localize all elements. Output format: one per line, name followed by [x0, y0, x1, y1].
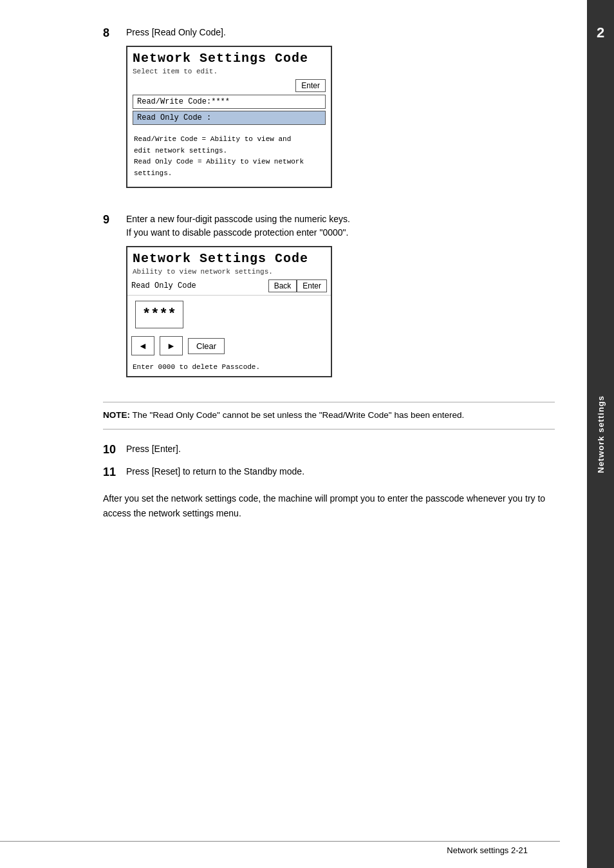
step-11-text: Press [Reset] to return to the Standby m…	[126, 465, 555, 478]
note-text: NOTE: The "Read Only Code" cannot be set…	[103, 409, 555, 422]
step-9: 9 Enter a new four-digit passcode using …	[103, 212, 555, 389]
screen2-nav-row: ◄ ► Clear	[127, 334, 331, 361]
step-8-text: Press [Read Only Code].	[126, 27, 226, 37]
screen1-enter-row: Enter	[133, 79, 326, 92]
step-8: 8 Press [Read Only Code]. Network Settin…	[103, 26, 555, 200]
step-10-number: 10	[103, 442, 122, 457]
screen1-info-line3: Read Only Code = Ability to view network	[134, 156, 324, 168]
screen2-field-label: Read Only Code	[131, 281, 196, 290]
sidebar-label: Network settings	[596, 395, 606, 473]
screen1-header: Network Settings Code Select item to edi…	[127, 47, 331, 77]
screen2-passcode-area: ****	[127, 296, 331, 334]
footer-text: Network settings 2-21	[447, 845, 528, 855]
screen1-subtitle: Select item to edit.	[133, 68, 326, 75]
step-8-number: 8	[103, 26, 122, 41]
chapter-number: 2	[587, 19, 614, 46]
screen1-body: Enter Read/Write Code:**** Read Only Cod…	[127, 77, 331, 187]
sidebar-right: 2 Network settings	[587, 0, 614, 868]
step-10-text: Press [Enter].	[126, 442, 555, 456]
screen1-box: Network Settings Code Select item to edi…	[126, 46, 332, 188]
page-footer: Network settings 2-21	[0, 841, 560, 855]
screen2-box: Network Settings Code Ability to view ne…	[126, 246, 332, 377]
screen2-subtitle: Ability to view network settings.	[133, 268, 326, 276]
screen1-info-line2: edit network settings.	[134, 146, 324, 157]
note-body: The "Read Only Code" cannot be set unles…	[130, 410, 464, 420]
screen2-btn-group: Back Enter	[268, 279, 327, 292]
screen2-back-button[interactable]: Back	[268, 279, 297, 292]
note-bold-label: NOTE:	[103, 410, 130, 420]
screen2-right-arrow-button[interactable]: ►	[160, 336, 183, 355]
screen2-note: Enter 0000 to delete Passcode.	[127, 361, 331, 376]
step-10: 10 Press [Enter].	[103, 442, 555, 457]
note-box: NOTE: The "Read Only Code" cannot be set…	[103, 402, 555, 429]
screen2-left-arrow-button[interactable]: ◄	[131, 336, 154, 355]
screen1-field1: Read/Write Code:****	[133, 95, 326, 109]
after-text: After you set the network settings code,…	[103, 491, 555, 520]
step-11-number: 11	[103, 465, 122, 480]
screen1-enter-button[interactable]: Enter	[295, 79, 326, 92]
screen1-info-line1: Read/Write Code = Ability to view and	[134, 134, 324, 146]
screen2-header: Network Settings Code Ability to view ne…	[127, 247, 331, 277]
screen2-passcode: ****	[135, 301, 183, 328]
step-9-text: Enter a new four-digit passcode using th…	[126, 214, 350, 238]
screen2-top-bar: Read Only Code Back Enter	[127, 277, 331, 296]
step-11: 11 Press [Reset] to return to the Standb…	[103, 465, 555, 480]
screen2-enter-button[interactable]: Enter	[297, 279, 327, 292]
step-9-number: 9	[103, 212, 122, 227]
screen1-title: Network Settings Code	[133, 51, 326, 66]
screen1-field2: Read Only Code :	[133, 111, 326, 125]
screen2-clear-button[interactable]: Clear	[188, 338, 225, 354]
screen1-info-line4: settings.	[134, 168, 324, 180]
screen2-title: Network Settings Code	[133, 251, 326, 267]
screen1-info: Read/Write Code = Ability to view and ed…	[133, 131, 326, 182]
